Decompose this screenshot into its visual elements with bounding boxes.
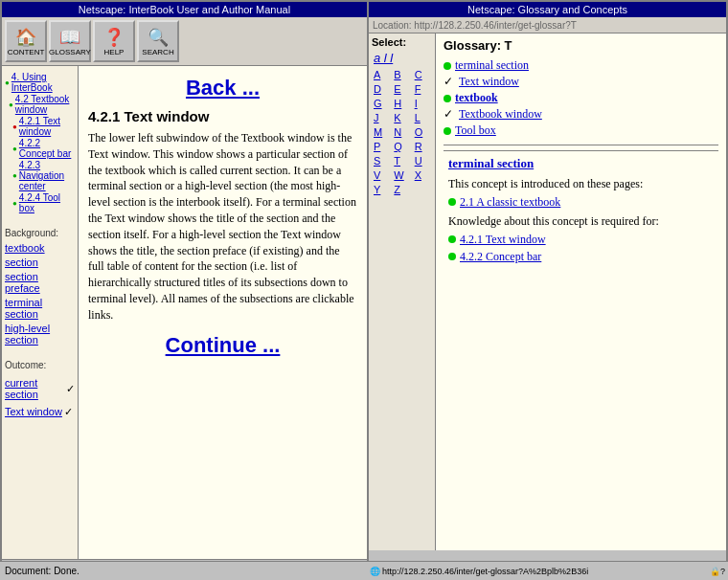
help-button[interactable]: ❓ HELP [93,20,135,62]
right-title: Netscape: Glossary and Concepts [467,4,627,15]
left-sidebar: ● 4. Using InterBook ● 4.2 Textbook wind… [2,66,79,566]
glossary-link-text-window[interactable]: Text window [459,75,519,89]
glossary-item-textbook-window: ✓ Textbook window [444,107,718,122]
detail-intro-link[interactable]: 2.1 A classic textbook [460,195,560,210]
alpha-J[interactable]: J [374,112,389,123]
toc-link-using[interactable]: 4. Using InterBook [11,72,75,93]
alpha-C[interactable]: C [415,69,430,80]
outcome-section: Outcome: current section ✓ Text window ✓ [5,360,75,420]
bullet-icon: ● [12,123,17,131]
glossary-item-text-window: ✓ Text window [444,75,718,89]
outcome-link-text[interactable]: Text window [5,406,62,417]
intro-text: This concept is introduced on these page… [448,177,643,190]
glossary-icon: 📖 [59,27,80,48]
green-bullet-icon [448,198,456,206]
alpha-V[interactable]: V [374,169,389,181]
alpha-L[interactable]: L [415,112,430,123]
required-text: Knowledge about this concept is required… [448,214,659,228]
glossary-panel: Glossary: T terminal section ✓ Text wind… [436,33,726,550]
alpha-O[interactable]: O [415,126,430,138]
glossary-link-textbook-window[interactable]: Textbook window [459,107,542,122]
alpha-K[interactable]: K [394,112,409,123]
alpha-B[interactable]: B [394,69,409,80]
bg-link-terminal[interactable]: terminal section [5,297,75,320]
search-icon: 🔍 [148,27,169,48]
alpha-S[interactable]: S [374,155,389,167]
check-icon: ✓ [444,107,453,122]
search-label: SEARCH [142,48,173,56]
help-icon: ❓ [103,27,125,48]
toc-item: ● 4.2.2 Concept bar [5,138,75,159]
alpha-W[interactable]: W [394,169,409,181]
alpha-Q[interactable]: Q [394,141,409,152]
continue-link-container: Continue ... [88,333,357,358]
glossary-button[interactable]: 📖 GLOSSARY [49,20,91,62]
alpha-P[interactable]: P [374,141,389,152]
toc-link-text-window[interactable]: 4.2.1 Text window [19,116,75,137]
toc-link-nav[interactable]: 4.2.3 Navigation center [19,160,75,191]
green-bullet-icon [448,235,456,243]
bg-link-section[interactable]: section [5,257,75,268]
bg-link-section-preface[interactable]: section preface [5,271,75,294]
outcome-link-current[interactable]: current section [5,377,64,400]
background-label: Background: [5,228,75,238]
outcome-label: Outcome: [5,360,75,370]
bg-link-high-level[interactable]: high-level section [5,323,75,346]
section-title: 4.2.1 Text window [88,108,357,124]
alpha-N[interactable]: N [394,126,409,138]
green-bullet-icon [444,95,451,102]
select-label: Select: [372,36,432,48]
toc-list: ● 4. Using InterBook ● 4.2 Textbook wind… [5,72,75,213]
toc-link-toolbox[interactable]: 4.2.4 Tool box [19,192,75,213]
alpha-I[interactable]: I [415,98,430,109]
alpha-E[interactable]: E [394,83,409,95]
detail-required-link-1[interactable]: 4.2.1 Text window [460,233,546,247]
alpha-T[interactable]: T [394,155,409,167]
alpha-A[interactable]: A [374,69,389,80]
left-content: Back ... 4.2.1 Text window The lower lef… [79,66,367,566]
right-main: Select: a l l A B C D E F G H I J K L M … [369,33,726,550]
continue-link[interactable]: Continue ... [166,333,281,357]
glossary-link-terminal[interactable]: terminal section [455,58,529,73]
left-titlebar: Netscape: InterBook User and Author Manu… [2,2,367,17]
content-button[interactable]: 🏠 CONTENT [5,20,47,62]
left-status-bar: Document: Done. [0,561,367,580]
alpha-Y[interactable]: Y [374,184,389,195]
toc-link-concept[interactable]: 4.2.2 Concept bar [19,138,75,159]
alpha-M[interactable]: M [374,126,389,138]
detail-required-item-1: 4.2.1 Text window [448,233,714,247]
toc-link-textbook[interactable]: 4.2 Textbook window [15,94,75,115]
green-bullet-icon [448,253,456,260]
alpha-H[interactable]: H [394,98,409,109]
toc-item: ● 4. Using InterBook [5,72,75,93]
alpha-all-link[interactable]: a l l [374,51,430,65]
house-icon: 🏠 [15,27,36,48]
back-link[interactable]: Back ... [186,76,260,100]
nav-icons: 🏠 CONTENT 📖 GLOSSARY ❓ HELP 🔍 SEARCH [5,20,179,62]
glossary-item-toolbox: Tool box [444,123,718,138]
divider [444,145,718,145]
bg-link-textbook[interactable]: textbook [5,242,75,254]
detail-title-link[interactable]: terminal section [448,156,714,171]
glossary-list: Glossary: T terminal section ✓ Text wind… [444,38,718,140]
glossary-label: GLOSSARY [49,48,91,56]
right-status-text: http://128.2.250.46/inter/get-glossar?A%… [382,567,588,576]
alpha-D[interactable]: D [374,83,389,95]
alpha-R[interactable]: R [415,141,430,152]
glossary-link-toolbox[interactable]: Tool box [455,123,496,138]
alpha-X[interactable]: X [415,169,430,181]
alpha-U[interactable]: U [415,155,430,167]
right-window: Netscape: Glossary and Concepts Location… [367,0,728,580]
search-button[interactable]: 🔍 SEARCH [137,20,179,62]
glossary-item-terminal: terminal section [444,58,718,73]
bullet-icon: ● [5,78,10,87]
alpha-G[interactable]: G [374,98,389,109]
detail-required-link-2[interactable]: 4.2.2 Concept bar [460,250,541,264]
check-icon: ✓ [64,406,73,418]
check-icon: ✓ [444,75,453,89]
alpha-Z[interactable]: Z [394,184,409,195]
alpha-F[interactable]: F [415,83,430,95]
right-status-url: 🌐 [370,567,380,576]
glossary-item-textbook: textbook [444,91,718,105]
glossary-link-textbook[interactable]: textbook [455,91,498,105]
